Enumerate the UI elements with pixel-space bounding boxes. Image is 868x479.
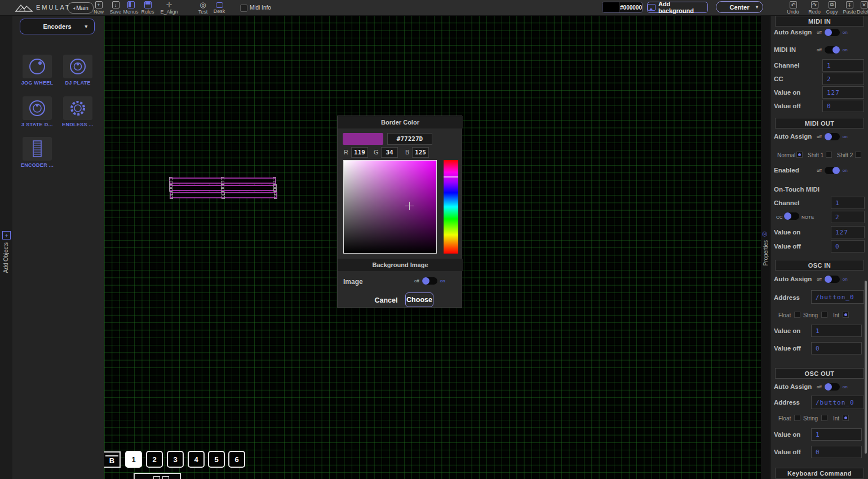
paste-icon: ↧ xyxy=(846,1,853,8)
cancel-button[interactable]: Cancel xyxy=(373,294,400,307)
osc-out-auto-assign-toggle[interactable] xyxy=(825,383,840,391)
toolbar: EMULATOR ◂Main + New ↓ Save Menus Rules … xyxy=(0,0,868,16)
tab-1[interactable]: 1 xyxy=(125,451,142,468)
osc-out-float-checkbox[interactable] xyxy=(794,415,800,421)
encoder-object-3[interactable] xyxy=(170,192,277,198)
midi-in-auto-assign-toggle[interactable] xyxy=(825,29,840,36)
category-dropdown[interactable]: Encoders ▾ xyxy=(20,19,95,34)
rules-icon xyxy=(144,1,152,8)
three-state-dial-icon xyxy=(28,99,46,117)
undo-button[interactable]: ↶ Undo xyxy=(783,1,803,15)
tab-6[interactable]: 6 xyxy=(228,451,245,468)
color-crosshair[interactable] xyxy=(405,202,414,210)
gear-icon: ◎ xyxy=(762,230,768,237)
midi-in-value-off-field[interactable]: 0 xyxy=(822,100,864,112)
midi-in-value-on-field[interactable]: 127 xyxy=(822,86,864,99)
sidebar-item-encoder[interactable] xyxy=(23,137,52,161)
add-objects-label: Add Objects xyxy=(3,242,9,273)
choose-button[interactable]: Choose xyxy=(405,292,433,307)
redo-icon: ↷ xyxy=(811,1,818,8)
background-color-field[interactable]: #000000 xyxy=(602,2,643,13)
enabled-toggle[interactable] xyxy=(825,167,840,174)
normal-radio[interactable] xyxy=(796,152,803,158)
e-align-button[interactable]: ✛ E_Align xyxy=(155,1,183,15)
cc-note-toggle[interactable] xyxy=(784,212,799,220)
tab-2[interactable]: 2 xyxy=(146,451,163,468)
midi-in-toggle[interactable] xyxy=(825,46,840,54)
center-dropdown[interactable]: Center ▾ xyxy=(716,1,763,13)
delete-button[interactable]: ✕ Delete xyxy=(856,1,868,15)
copy-icon: ⧉ xyxy=(829,1,836,8)
midi-info-checkbox[interactable] xyxy=(240,5,247,12)
hue-slider[interactable] xyxy=(444,160,458,254)
image-icon xyxy=(648,4,656,11)
shift1-checkbox[interactable] xyxy=(826,152,832,158)
osc-out-string-checkbox[interactable] xyxy=(821,415,827,421)
desk-icon xyxy=(216,2,223,8)
dj-plate-icon xyxy=(69,57,87,76)
on-touch-cc-field[interactable]: 2 xyxy=(831,211,865,223)
osc-in-value-off-field[interactable]: 0 xyxy=(811,342,862,354)
hue-marker[interactable] xyxy=(444,176,458,178)
osc-in-string-checkbox[interactable] xyxy=(821,312,827,318)
properties-panel: MIDI IN Auto Assign off on MIDI IN off o… xyxy=(770,15,868,479)
red-input[interactable]: 119 xyxy=(351,147,368,158)
delete-icon: ✕ xyxy=(861,1,868,8)
osc-in-value-on-field[interactable]: 1 xyxy=(811,325,862,337)
midi-out-auto-assign-toggle[interactable] xyxy=(825,133,840,140)
tab-3[interactable]: 3 xyxy=(167,451,184,468)
tab-4[interactable]: 4 xyxy=(188,451,205,468)
sidebar-item-3-state[interactable] xyxy=(23,96,52,120)
properties-tab[interactable]: ◎ Properties xyxy=(761,15,770,479)
blue-input[interactable]: 125 xyxy=(412,147,429,158)
logo-icon xyxy=(15,3,34,13)
page-preview-popup xyxy=(134,473,181,479)
redo-button[interactable]: ↷ Redo xyxy=(805,1,824,15)
shift2-checkbox[interactable] xyxy=(855,152,861,158)
midi-info-label: Midi Info xyxy=(250,5,271,11)
tab-b[interactable]: B xyxy=(103,451,121,468)
encoder-object-1[interactable] xyxy=(169,178,276,184)
selected-color-swatch xyxy=(343,133,383,145)
tab-5[interactable]: 5 xyxy=(208,451,225,468)
section-header-osc-in: OSC IN xyxy=(775,260,864,270)
midi-in-cc-field[interactable]: 2 xyxy=(822,73,864,85)
section-header-midi-in: MIDI IN xyxy=(775,16,864,26)
osc-out-address-field[interactable]: /button_0 xyxy=(811,396,864,409)
osc-out-int-radio[interactable] xyxy=(843,415,849,421)
color-swatch xyxy=(603,2,620,12)
add-background-button[interactable]: Add background xyxy=(647,2,708,13)
undo-icon: ↶ xyxy=(790,1,797,8)
hex-input[interactable]: #77227D xyxy=(387,133,432,145)
midi-in-channel-field[interactable]: 1 xyxy=(822,59,864,72)
add-objects-strip[interactable]: + Add Objects xyxy=(0,15,13,479)
sidebar-item-endless[interactable] xyxy=(63,96,92,120)
emulator-app: EMULATOR ◂Main + New ↓ Save Menus Rules … xyxy=(0,0,868,479)
properties-label: Properties xyxy=(763,240,769,266)
osc-in-int-radio[interactable] xyxy=(843,312,849,318)
image-toggle[interactable] xyxy=(422,277,437,285)
encoder-object-2[interactable] xyxy=(169,185,277,191)
panel-scrollbar[interactable] xyxy=(865,281,867,454)
osc-in-float-checkbox[interactable] xyxy=(794,312,800,318)
endless-encoder-icon xyxy=(69,99,87,117)
on-touch-value-on-field[interactable]: 127 xyxy=(831,226,865,238)
copy-button[interactable]: ⧉ Copy xyxy=(823,1,841,15)
background-image-header: Background Image xyxy=(338,259,463,271)
osc-in-address-field[interactable]: /button_0 xyxy=(811,290,864,304)
section-header-midi-out: MIDI OUT xyxy=(775,118,864,128)
saturation-value-picker[interactable] xyxy=(343,160,437,254)
sidebar-item-jog-wheel[interactable] xyxy=(23,55,52,78)
sidebar-item-dj-plate[interactable] xyxy=(63,55,92,78)
on-touch-channel-field[interactable]: 1 xyxy=(831,197,865,209)
osc-in-auto-assign-toggle[interactable] xyxy=(825,276,840,283)
desk-button[interactable]: Desk xyxy=(208,1,231,14)
back-arrow-icon: ◂ xyxy=(73,6,75,11)
green-input[interactable]: 34 xyxy=(381,147,398,158)
chevron-down-icon: ▾ xyxy=(85,24,87,29)
jog-wheel-icon xyxy=(28,57,46,76)
osc-out-value-off-field[interactable]: 0 xyxy=(811,446,862,458)
e-align-icon: ✛ xyxy=(166,1,173,8)
osc-out-value-on-field[interactable]: 1 xyxy=(811,428,862,441)
on-touch-value-off-field[interactable]: 0 xyxy=(831,240,865,252)
